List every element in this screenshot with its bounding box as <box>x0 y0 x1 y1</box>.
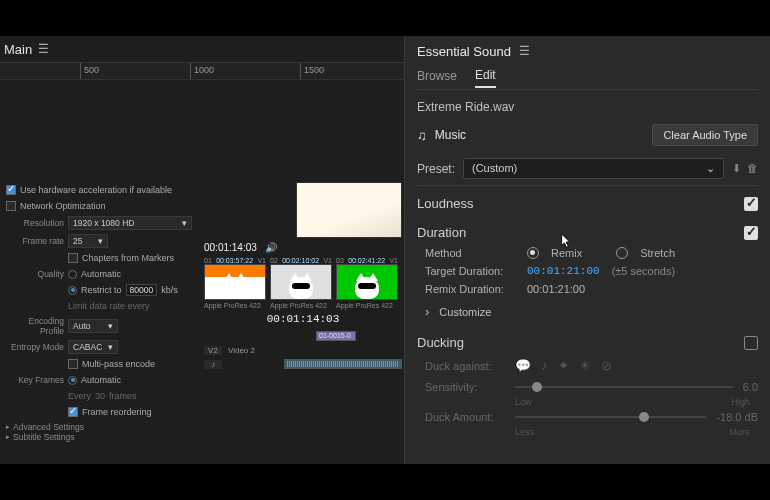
clear-audio-type-button[interactable]: Clear Audio Type <box>652 124 758 146</box>
preview-timecode: 00:01:14:03 <box>204 242 257 253</box>
track-label[interactable]: V2 <box>204 346 222 355</box>
export-settings: Use hardware acceleration if available N… <box>0 180 198 464</box>
thumb-track: V1 <box>323 257 332 264</box>
sensitivity-value: 6.0 <box>743 381 758 393</box>
duck-amount-label: Duck Amount: <box>425 411 505 423</box>
resolution-dropdown[interactable]: 1920 x 1080 HD▾ <box>68 216 192 230</box>
ruler-tick: 1000 <box>194 65 214 75</box>
remix-radio[interactable] <box>527 247 539 259</box>
panel-tabs: Browse Edit <box>417 66 758 90</box>
music-label: Music <box>435 128 466 142</box>
net-opt-checkbox[interactable] <box>6 201 16 211</box>
reorder-checkbox[interactable] <box>68 407 78 417</box>
duck-music-icon[interactable]: ♪ <box>541 358 548 373</box>
customize-disclosure[interactable]: Customize <box>417 298 758 325</box>
duck-against-label: Duck against: <box>425 360 505 372</box>
advanced-settings-disclosure[interactable]: Advanced Settings <box>6 422 192 432</box>
resolution-label: Resolution <box>6 218 64 228</box>
stretch-radio[interactable] <box>616 247 628 259</box>
quality-auto-label: Automatic <box>81 269 121 279</box>
music-note-icon: ♫ <box>417 128 427 143</box>
framerate-dropdown[interactable]: 25▾ <box>68 234 108 248</box>
entropy-dropdown[interactable]: CABAC▾ <box>68 340 118 354</box>
tab-edit[interactable]: Edit <box>475 68 496 88</box>
chapters-label: Chapters from Markers <box>82 253 174 263</box>
target-duration-value[interactable]: 00:01:21:00 <box>527 265 600 277</box>
target-duration-label: Target Duration: <box>425 265 515 277</box>
ruler-tick: 1500 <box>304 65 324 75</box>
quality-auto-radio[interactable] <box>68 270 77 279</box>
clip-thumb[interactable]: 0200:02:10:02V1 Apple ProRes 422 <box>270 257 332 309</box>
audio-track-icon[interactable]: ♪ <box>204 360 222 369</box>
thumb-seq: 01 <box>204 257 212 264</box>
framerate-label: Frame rate <box>6 236 64 246</box>
thumb-codec: Apple ProRes 422 <box>270 302 332 309</box>
encprofile-dropdown[interactable]: Auto▾ <box>68 319 118 333</box>
clip-thumbnails: 0100:03:57:22V1 Apple ProRes 422 0200:02… <box>204 257 402 309</box>
quality-restrict-radio[interactable] <box>68 286 77 295</box>
thumb-seq: 02 <box>270 257 278 264</box>
duck-dialogue-icon[interactable]: 💬 <box>515 358 531 373</box>
preset-dropdown[interactable]: (Custom)⌄ <box>463 158 724 179</box>
duration-section[interactable]: Duration <box>417 215 758 244</box>
thumb-tc: 00:03:57:22 <box>216 257 253 264</box>
remix-label: Remix <box>551 247 582 259</box>
duck-unassigned-icon[interactable]: ⊘ <box>601 358 612 373</box>
loudness-checkbox[interactable] <box>744 197 758 211</box>
duck-amount-value: -18.0 dB <box>716 411 758 423</box>
hw-accel-label: Use hardware acceleration if available <box>20 185 172 195</box>
track-name: Video 2 <box>228 346 278 355</box>
workspace-title: Main <box>4 42 32 57</box>
datarate-limit-label: Limit data rate every <box>68 301 150 311</box>
left-panel: Main ☰ 500 1000 1500 Use hardware accele… <box>0 36 405 464</box>
sensitivity-label: Sensitivity: <box>425 381 505 393</box>
hw-accel-checkbox[interactable] <box>6 185 16 195</box>
preview-area: 00:01:14:03🔊 0100:03:57:22V1 Apple ProRe… <box>202 180 404 464</box>
thumb-track: V1 <box>389 257 398 264</box>
thumb-tc: 00:02:41:22 <box>348 257 385 264</box>
duration-checkbox[interactable] <box>744 226 758 240</box>
thumb-track: V1 <box>257 257 266 264</box>
slider-less-label: Less <box>515 427 534 437</box>
chapters-checkbox[interactable] <box>68 253 78 263</box>
multipass-checkbox[interactable] <box>68 359 78 369</box>
menu-icon[interactable]: ☰ <box>38 42 49 56</box>
timeline-ruler[interactable]: 500 1000 1500 <box>0 62 404 80</box>
duck-amount-slider[interactable] <box>515 416 706 418</box>
main-header: Main ☰ <box>0 36 404 62</box>
ducking-checkbox[interactable] <box>744 336 758 350</box>
audio-type-tag: ♫ Music <box>417 128 466 143</box>
duck-ambience-icon[interactable]: ☀ <box>579 358 591 373</box>
entropy-label: Entropy Mode <box>6 342 64 352</box>
keyframes-label: Key Frames <box>6 375 64 385</box>
keyframes-every-label: Every <box>68 391 91 401</box>
quality-restrict-label: Restrict to <box>81 285 122 295</box>
slider-more-label: More <box>729 427 750 437</box>
delete-preset-icon[interactable]: 🗑 <box>747 162 758 175</box>
encprofile-label: Encoding Profile <box>6 316 64 336</box>
ducking-section[interactable]: Ducking <box>417 325 758 354</box>
timeline-clip[interactable]: 01-0015-0 <box>316 331 356 341</box>
remix-duration-value: 00:01:21:00 <box>527 283 585 295</box>
bitrate-input[interactable]: 80000 <box>126 284 158 296</box>
save-preset-icon[interactable]: ⬇ <box>732 162 741 175</box>
sensitivity-slider[interactable] <box>515 386 733 388</box>
panel-menu-icon[interactable]: ☰ <box>519 44 530 58</box>
method-label: Method <box>425 247 515 259</box>
keyframes-auto-label: Automatic <box>81 375 121 385</box>
thumb-codec: Apple ProRes 422 <box>204 302 266 309</box>
ducking-title: Ducking <box>417 335 464 350</box>
clip-thumb[interactable]: 0300:02:41:22V1 Apple ProRes 422 <box>336 257 398 309</box>
speaker-icon[interactable]: 🔊 <box>265 242 277 253</box>
timeline-timecode: 00:01:14:03 <box>204 313 402 325</box>
duck-sfx-icon[interactable]: ✦ <box>558 358 569 373</box>
keyframes-auto-radio[interactable] <box>68 376 77 385</box>
tab-browse[interactable]: Browse <box>417 69 457 87</box>
clip-thumb[interactable]: 0100:03:57:22V1 Apple ProRes 422 <box>204 257 266 309</box>
audio-clip[interactable] <box>284 359 402 369</box>
mini-timeline: 00:01:14:03 01-0015-0 V2Video 2 ♪ <box>204 313 402 371</box>
subtitle-settings-disclosure[interactable]: Subtitle Settings <box>6 432 192 442</box>
preset-label: Preset: <box>417 162 455 176</box>
loudness-section[interactable]: Loudness <box>417 186 758 215</box>
ruler-tick: 500 <box>84 65 99 75</box>
